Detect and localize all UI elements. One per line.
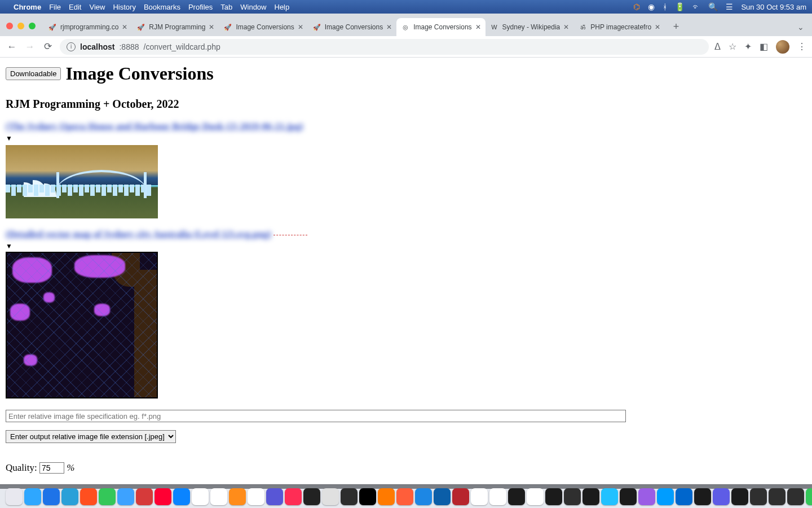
dock-app-icon[interactable] <box>806 488 812 505</box>
dock-app-icon[interactable] <box>396 488 413 505</box>
dock-app-icon[interactable] <box>266 488 283 505</box>
address-bar[interactable]: i localhost:8888/convert_wildcard.php <box>60 39 709 55</box>
dock-app-icon[interactable] <box>99 488 116 505</box>
dock-app-icon[interactable] <box>508 488 525 505</box>
window-close-icon[interactable] <box>6 23 13 29</box>
menu-view[interactable]: View <box>89 3 105 11</box>
menubar-gremlin-icon[interactable]: ⌬ <box>633 2 640 11</box>
dock-app-icon[interactable] <box>787 488 804 505</box>
dock-app-icon[interactable] <box>24 488 41 505</box>
dock-app-icon[interactable] <box>657 488 674 505</box>
profile-avatar[interactable] <box>776 40 789 54</box>
tab-close-icon[interactable]: ✕ <box>655 23 660 31</box>
tabs-overflow-button[interactable]: ⌄ <box>797 23 804 32</box>
share-icon[interactable]: ᐃ <box>714 41 721 52</box>
browser-tab[interactable]: 🚀Image Conversions✕ <box>219 18 307 36</box>
dock-app-icon[interactable] <box>434 488 451 505</box>
dock-app-icon[interactable] <box>452 488 469 505</box>
dock-app-icon[interactable] <box>713 488 730 505</box>
battery-icon[interactable]: 🔋 <box>675 2 685 11</box>
dock-app-icon[interactable] <box>731 488 748 505</box>
menu-edit[interactable]: Edit <box>69 3 81 11</box>
dock-app-icon[interactable] <box>359 488 376 505</box>
site-info-icon[interactable]: i <box>67 42 76 51</box>
dock-app-icon[interactable] <box>582 488 599 505</box>
result-link-1[interactable]: (The Sydney Opera House and Harbour Brid… <box>6 121 303 132</box>
browser-tab[interactable]: WSydney - Wikipedia✕ <box>486 18 574 36</box>
dock-app-icon[interactable] <box>341 488 358 505</box>
tab-close-icon[interactable]: ✕ <box>475 23 481 31</box>
menu-help[interactable]: Help <box>275 3 290 11</box>
dock-app-icon[interactable] <box>6 488 23 505</box>
tab-close-icon[interactable]: ✕ <box>298 23 303 31</box>
sidepanel-icon[interactable]: ◧ <box>760 41 768 52</box>
browser-tab[interactable]: 🚀Image Conversions✕ <box>308 18 396 36</box>
menubar-screenrecord-icon[interactable]: ◉ <box>648 2 655 11</box>
dock-app-icon[interactable] <box>285 488 302 505</box>
tab-close-icon[interactable]: ✕ <box>122 23 127 31</box>
browser-tab[interactable]: ॐPHP imagecreatefro✕ <box>573 18 665 36</box>
disclosure-toggle-2[interactable]: ▼ <box>6 242 806 251</box>
dock-app-icon[interactable] <box>229 488 246 505</box>
wifi-icon[interactable]: ᯤ <box>692 2 700 11</box>
dock-app-icon[interactable] <box>638 488 655 505</box>
downloadable-button[interactable]: Downloadable <box>6 67 61 80</box>
dock-app-icon[interactable] <box>769 488 785 505</box>
result-image-2[interactable] <box>6 252 158 398</box>
output-extension-select[interactable]: Enter output relative image file extensi… <box>6 430 176 443</box>
dock-app-icon[interactable] <box>173 488 190 505</box>
menu-window[interactable]: Window <box>240 3 266 11</box>
dock-app-icon[interactable] <box>61 488 78 505</box>
dock-app-icon[interactable] <box>527 488 544 505</box>
nav-back-button[interactable]: ← <box>6 41 18 52</box>
dock-app-icon[interactable] <box>378 488 395 505</box>
chrome-menu-icon[interactable]: ⋮ <box>797 41 806 52</box>
dock-app-icon[interactable] <box>322 488 339 505</box>
window-zoom-icon[interactable] <box>29 23 36 29</box>
dock-app-icon[interactable] <box>676 488 692 505</box>
menu-bookmarks[interactable]: Bookmarks <box>144 3 180 11</box>
dock-app-icon[interactable] <box>117 488 134 505</box>
nav-reload-button[interactable]: ⟳ <box>42 41 54 52</box>
result-image-1[interactable] <box>6 145 158 218</box>
dock-app-icon[interactable] <box>564 488 581 505</box>
dock-app-icon[interactable] <box>545 488 562 505</box>
control-center-icon[interactable]: ☰ <box>726 2 733 11</box>
dock-app-icon[interactable] <box>620 488 637 505</box>
window-minimize-icon[interactable] <box>17 23 24 29</box>
extensions-icon[interactable]: ✦ <box>744 41 752 52</box>
browser-tab[interactable]: ◎Image Conversions✕ <box>396 18 485 36</box>
dock-app-icon[interactable] <box>415 488 432 505</box>
browser-tab[interactable]: 🚀rjmprogramming.co✕ <box>43 18 132 36</box>
quality-input[interactable] <box>39 462 64 474</box>
dock-app-icon[interactable] <box>303 488 320 505</box>
filespec-input[interactable] <box>6 410 626 422</box>
bluetooth-icon[interactable]: ᚼ <box>663 2 667 11</box>
menu-history[interactable]: History <box>113 3 135 11</box>
menubar-clock[interactable]: Sun 30 Oct 9:53 am <box>741 3 806 11</box>
dock-app-icon[interactable] <box>248 488 264 505</box>
spotlight-icon[interactable]: 🔍 <box>708 2 718 11</box>
dock-app-icon[interactable] <box>43 488 60 505</box>
dock-app-icon[interactable] <box>489 488 506 505</box>
tab-close-icon[interactable]: ✕ <box>563 23 569 31</box>
dock-app-icon[interactable] <box>694 488 711 505</box>
disclosure-toggle-1[interactable]: ▼ <box>6 134 806 143</box>
new-tab-button[interactable]: + <box>668 19 684 34</box>
menu-file[interactable]: File <box>49 3 61 11</box>
tab-close-icon[interactable]: ✕ <box>386 23 392 31</box>
dock-app-icon[interactable] <box>192 488 209 505</box>
dock-app-icon[interactable] <box>601 488 618 505</box>
browser-tab[interactable]: 🚀RJM Programming✕ <box>132 18 219 36</box>
bookmark-star-icon[interactable]: ☆ <box>729 41 736 52</box>
dock-app-icon[interactable] <box>471 488 488 505</box>
result-link-2[interactable]: (Detailed vector map of Sydney city Aust… <box>6 229 271 240</box>
dock-app-icon[interactable] <box>136 488 153 505</box>
dock-app-icon[interactable] <box>750 488 767 505</box>
menu-tab[interactable]: Tab <box>220 3 232 11</box>
dock-app-icon[interactable] <box>80 488 97 505</box>
menu-profiles[interactable]: Profiles <box>188 3 213 11</box>
dock-app-icon[interactable] <box>155 488 171 505</box>
tab-close-icon[interactable]: ✕ <box>209 23 214 31</box>
dock-app-icon[interactable] <box>210 488 227 505</box>
